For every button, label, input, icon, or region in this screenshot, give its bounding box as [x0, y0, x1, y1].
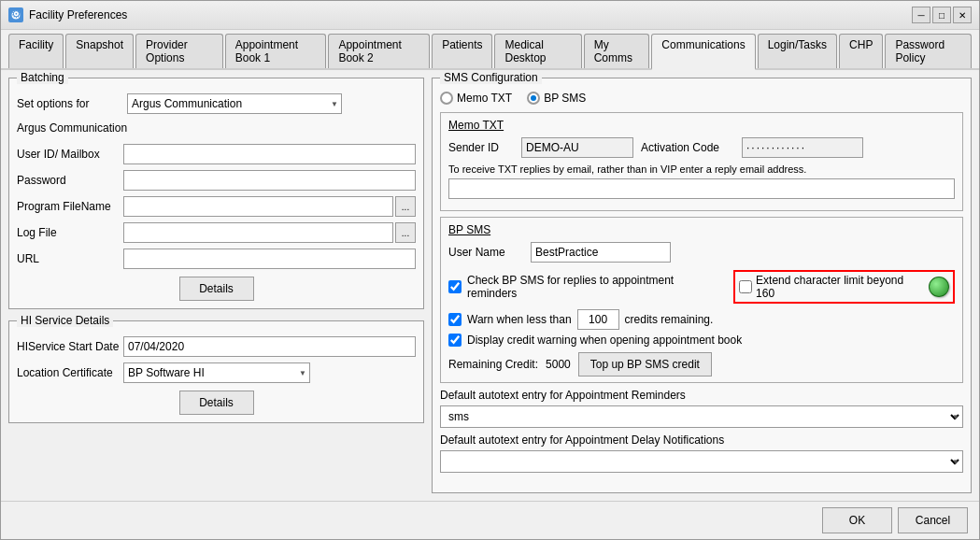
log-file-input[interactable]	[123, 222, 393, 243]
sender-id-input[interactable]	[521, 137, 633, 158]
batching-title: Batching	[17, 71, 68, 84]
hi-start-date-label: HIService Start Date	[17, 340, 120, 353]
bp-sms-section-title: BP SMS	[448, 223, 955, 236]
log-file-row: Log File ...	[17, 222, 416, 243]
title-bar: ⚙ Facility Preferences ─ □ ✕	[1, 1, 979, 30]
autotext-reminder-wrapper: sms	[440, 405, 963, 428]
sms-config-group: SMS Configuration Memo TXT BP SMS Memo T…	[432, 78, 972, 493]
window-title: Facility Preferences	[29, 8, 127, 21]
user-id-row: User ID/ Mailbox	[17, 144, 416, 164]
memo-txt-section-title: Memo TXT	[448, 119, 955, 132]
tab-snapshot[interactable]: Snapshot	[65, 34, 134, 68]
extend-char-checkbox[interactable]	[739, 280, 752, 293]
title-bar-left: ⚙ Facility Preferences	[8, 7, 127, 22]
bp-sms-radio[interactable]	[527, 92, 540, 105]
user-id-input[interactable]	[123, 144, 416, 164]
top-up-button[interactable]: Top up BP SMS credit	[578, 352, 712, 377]
program-filename-label: Program FileName	[17, 200, 120, 213]
tab-appointment-book-1[interactable]: Appointment Book 1	[225, 34, 327, 68]
set-options-select[interactable]: Argus Communication	[127, 93, 342, 114]
ok-button[interactable]: OK	[822, 507, 892, 533]
memo-txt-radio-option[interactable]: Memo TXT	[440, 92, 512, 105]
app-icon: ⚙	[8, 7, 23, 22]
activation-code-label: Activation Code	[641, 141, 734, 154]
bp-sms-radio-option[interactable]: BP SMS	[527, 92, 586, 105]
program-filename-input[interactable]	[123, 196, 393, 217]
argus-subheader-row: Argus Communication	[17, 121, 416, 138]
autotext-reminder-select[interactable]: sms	[440, 405, 963, 428]
autotext-delay-select[interactable]	[440, 450, 963, 473]
window-controls: ─ □ ✕	[912, 7, 972, 23]
display-credit-checkbox[interactable]	[448, 334, 462, 347]
sender-id-row: Sender ID Activation Code	[448, 137, 955, 158]
location-cert-label: Location Certificate	[17, 366, 120, 379]
extend-char-group: Extend character limit beyond 160	[733, 270, 955, 304]
tab-chp[interactable]: CHP	[839, 34, 883, 68]
program-filename-browse-button[interactable]: ...	[395, 196, 416, 217]
hi-details-button[interactable]: Details	[179, 391, 254, 415]
svg-text:⚙: ⚙	[11, 9, 21, 21]
tab-provider-options[interactable]: Provider Options	[135, 34, 223, 68]
password-input[interactable]	[123, 170, 416, 191]
user-id-label: User ID/ Mailbox	[17, 148, 120, 161]
remaining-credit-label: Remaining Credit:	[448, 358, 538, 371]
program-filename-row: Program FileName ...	[17, 196, 416, 217]
hi-service-group: HI Service Details HIService Start Date …	[8, 320, 424, 423]
autotext-reminders-section: Default autotext entry for Appointment R…	[440, 389, 963, 428]
tab-my-comms[interactable]: My Comms	[584, 34, 650, 68]
minimize-button[interactable]: ─	[912, 7, 930, 23]
cancel-button[interactable]: Cancel	[898, 507, 968, 533]
location-cert-wrapper: BP Software HI	[123, 362, 310, 383]
password-label: Password	[17, 174, 120, 187]
right-panel: SMS Configuration Memo TXT BP SMS Memo T…	[432, 78, 972, 493]
url-input[interactable]	[123, 249, 416, 269]
log-file-browse-button[interactable]: ...	[395, 222, 416, 243]
tab-medical-desktop[interactable]: Medical Desktop	[494, 34, 581, 68]
warn-row: Warn when less than credits remaining.	[448, 309, 955, 330]
location-cert-select[interactable]: BP Software HI	[123, 362, 310, 383]
username-label: User Name	[448, 246, 523, 259]
log-file-wrapper: ...	[123, 222, 416, 243]
check-bp-sms-checkbox[interactable]	[448, 280, 462, 293]
warn-checkbox[interactable]	[448, 313, 462, 326]
sender-id-label: Sender ID	[448, 141, 514, 154]
memo-txt-radio[interactable]	[440, 92, 453, 105]
log-file-label: Log File	[17, 226, 120, 239]
url-label: URL	[17, 252, 120, 265]
set-options-label: Set options for	[17, 97, 120, 110]
main-content: Batching Set options for Argus Communica…	[1, 70, 979, 501]
tab-appointment-book-2[interactable]: Appointment Book 2	[328, 34, 430, 68]
green-circle-button[interactable]	[929, 277, 949, 297]
password-row: Password	[17, 170, 416, 191]
warn-value-input[interactable]	[577, 309, 619, 330]
maximize-button[interactable]: □	[932, 7, 951, 23]
location-cert-row: Location Certificate BP Software HI	[17, 362, 416, 383]
remaining-credit-value: 5000	[546, 358, 571, 371]
set-options-row: Set options for Argus Communication	[17, 93, 416, 114]
check-bp-sms-row: Check BP SMS for replies to appointment …	[448, 274, 726, 300]
close-button[interactable]: ✕	[953, 7, 972, 23]
tab-password-policy[interactable]: Password Policy	[885, 34, 972, 68]
tab-login-tasks[interactable]: Login/Tasks	[758, 34, 837, 68]
batching-details-button[interactable]: Details	[179, 277, 254, 301]
remaining-credit-row: Remaining Credit: 5000 Top up BP SMS cre…	[448, 352, 955, 377]
username-row: User Name	[448, 242, 955, 263]
memo-txt-section: Memo TXT Sender ID Activation Code To re…	[440, 112, 963, 211]
hi-service-title: HI Service Details	[17, 314, 113, 327]
activation-code-input[interactable]	[742, 137, 863, 158]
url-row: URL	[17, 249, 416, 269]
reply-email-input[interactable]	[448, 178, 955, 199]
autotext-delay-section: Default autotext entry for Appointment D…	[440, 433, 963, 473]
credits-label: credits remaining.	[625, 313, 714, 326]
autotext-reminder-label: Default autotext entry for Appointment R…	[440, 389, 963, 402]
hi-start-date-input[interactable]	[123, 336, 416, 357]
bp-sms-section: BP SMS User Name Check BP SMS for replie…	[440, 217, 963, 383]
username-input[interactable]	[531, 242, 671, 263]
tab-bar: Facility Snapshot Provider Options Appoi…	[1, 30, 979, 70]
tab-communications[interactable]: Communications	[651, 34, 755, 70]
set-options-wrapper: Argus Communication	[127, 93, 342, 114]
tab-facility[interactable]: Facility	[8, 34, 64, 68]
program-filename-wrapper: ...	[123, 196, 416, 217]
tab-patients[interactable]: Patients	[432, 34, 492, 68]
display-credit-row: Display credit warning when opening appo…	[448, 334, 955, 347]
